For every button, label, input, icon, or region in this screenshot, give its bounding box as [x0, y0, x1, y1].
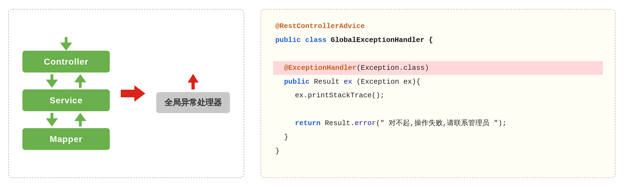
stem: [79, 82, 82, 88]
close-brace-2: }: [275, 147, 280, 155]
code-line-10: }: [273, 144, 603, 158]
arrow-stem: [65, 37, 67, 43]
layers-column: Controller Service: [22, 37, 110, 150]
red-up-head: [188, 74, 199, 83]
error-method: error: [355, 119, 376, 127]
arrow-head: [60, 43, 72, 51]
down-arrow-1: [46, 74, 58, 88]
mapper-layer: Mapper: [22, 128, 110, 150]
head: [74, 113, 86, 121]
controller-label: Controller: [44, 57, 88, 67]
up-arrow-1: [74, 74, 86, 88]
handler-label: 全局异常处理器: [156, 92, 230, 113]
exception-handler-box: 全局异常处理器: [156, 74, 230, 113]
head: [74, 74, 86, 82]
method-name: ex: [344, 78, 352, 86]
code-line-blank1: [273, 47, 603, 61]
code-line-4: @ExceptionHandler(Exception.class): [273, 61, 603, 75]
head: [46, 118, 58, 126]
code-line-2: public class GlobalExceptionHandler {: [273, 33, 603, 47]
stem: [51, 113, 53, 118]
left-panel: Controller Service: [8, 9, 244, 178]
mapper-label: Mapper: [50, 134, 82, 144]
code-line-1: @RestControllerAdvice: [273, 19, 603, 33]
arrow-body: [121, 90, 134, 97]
result-type: Result: [314, 78, 344, 86]
main-container: Controller Service: [0, 0, 644, 187]
up-arrow-2: [74, 113, 86, 126]
red-right-arrow: [121, 85, 145, 102]
kw-class: class: [305, 36, 331, 44]
kw-return: return: [295, 119, 325, 127]
stem: [79, 121, 82, 126]
annotation-rest: @RestControllerAdvice: [275, 22, 365, 30]
result-error: Result.: [325, 119, 355, 127]
red-up-stem: [191, 83, 195, 89]
class-name: GlobalExceptionHandler {: [331, 36, 433, 44]
error-params: (" 对不起,操作失败,请联系管理员 ");: [376, 119, 506, 127]
kw-public: public: [275, 36, 301, 44]
code-line-5: public Result ex (Exception ex){: [273, 75, 603, 89]
close-brace-1: }: [284, 133, 288, 141]
red-up-arrow: [188, 74, 199, 89]
arrows-controller-service: [22, 73, 110, 89]
annotation-exception: @ExceptionHandler: [284, 64, 356, 72]
code-line-6: ex.printStackTrace();: [273, 89, 603, 102]
code-line-8: return Result.error(" 对不起,操作失败,请联系管理员 ")…: [273, 116, 603, 130]
controller-layer: Controller: [22, 51, 110, 73]
down-arrow-2: [46, 113, 58, 126]
red-arrow-shape: [121, 85, 145, 102]
service-layer: Service: [22, 89, 110, 111]
stem: [51, 74, 53, 80]
right-panel: @RestControllerAdvice public class Globa…: [261, 9, 616, 178]
code-line-9: }: [273, 130, 603, 144]
code-line-blank2: [273, 102, 603, 116]
arrows-service-mapper: [22, 111, 110, 128]
print-stack: ex.printStackTrace();: [295, 91, 385, 99]
kw-public2: public: [284, 78, 310, 86]
top-arrow-down: [60, 37, 72, 51]
method-params: (Exception ex){: [356, 78, 420, 86]
annotation-params: (Exception.class): [356, 64, 429, 72]
service-label: Service: [50, 95, 83, 105]
arrow-head: [134, 85, 145, 102]
head: [46, 80, 58, 88]
